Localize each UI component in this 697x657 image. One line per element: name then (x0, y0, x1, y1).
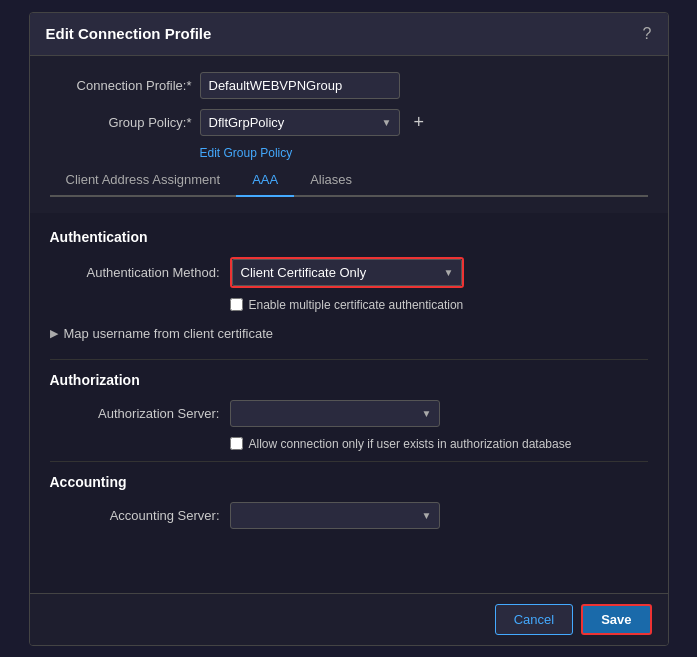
collapse-triangle-icon: ▶ (50, 327, 58, 340)
map-username-label: Map username from client certificate (64, 326, 274, 341)
dialog-body: Connection Profile:* Group Policy:* Dflt… (30, 56, 668, 213)
enable-multiple-cert-label: Enable multiple certificate authenticati… (249, 298, 464, 312)
accounting-server-select-wrapper: ▼ (230, 502, 440, 529)
edit-group-policy-link[interactable]: Edit Group Policy (200, 146, 648, 160)
edit-connection-profile-dialog: Edit Connection Profile ? Connection Pro… (29, 12, 669, 646)
connection-profile-row: Connection Profile:* (50, 72, 648, 99)
allow-connection-checkbox[interactable] (230, 437, 243, 450)
map-username-row[interactable]: ▶ Map username from client certificate (50, 322, 648, 345)
group-policy-row: Group Policy:* DfltGrpPolicy ▼ + (50, 109, 648, 136)
tab-content-aaa: Authentication Authentication Method: Cl… (30, 213, 668, 593)
connection-profile-input[interactable] (200, 72, 400, 99)
authentication-method-row: Authentication Method: Client Certificat… (50, 257, 648, 288)
authorization-server-row: Authorization Server: ▼ (50, 400, 648, 427)
authorization-server-select[interactable] (230, 400, 440, 427)
authentication-section-title: Authentication (50, 229, 648, 245)
allow-connection-label: Allow connection only if user exists in … (249, 437, 572, 451)
authentication-method-label: Authentication Method: (50, 265, 230, 280)
tabs-container: Client Address Assignment AAA Aliases (50, 164, 648, 197)
accounting-section-title: Accounting (50, 474, 648, 490)
auth-divider (50, 359, 648, 360)
cancel-button[interactable]: Cancel (495, 604, 573, 635)
dialog-title: Edit Connection Profile (46, 25, 212, 42)
authentication-method-select[interactable]: Client Certificate Only AAA Both (232, 259, 462, 286)
tab-aliases[interactable]: Aliases (294, 164, 368, 197)
connection-profile-label: Connection Profile:* (50, 78, 200, 93)
group-policy-select-wrapper: DfltGrpPolicy ▼ (200, 109, 400, 136)
accounting-server-select[interactable] (230, 502, 440, 529)
authorization-section-title: Authorization (50, 372, 648, 388)
group-policy-label: Group Policy:* (50, 115, 200, 130)
authz-divider (50, 461, 648, 462)
authorization-server-select-wrapper: ▼ (230, 400, 440, 427)
tab-client-address-assignment[interactable]: Client Address Assignment (50, 164, 237, 197)
enable-multiple-cert-checkbox[interactable] (230, 298, 243, 311)
authorization-server-label: Authorization Server: (50, 406, 230, 421)
dialog-header: Edit Connection Profile ? (30, 13, 668, 56)
tab-aaa[interactable]: AAA (236, 164, 294, 197)
help-icon[interactable]: ? (643, 25, 652, 43)
group-policy-select[interactable]: DfltGrpPolicy (200, 109, 400, 136)
accounting-server-label: Accounting Server: (50, 508, 230, 523)
allow-connection-row: Allow connection only if user exists in … (230, 437, 648, 451)
add-group-policy-button[interactable]: + (408, 110, 431, 135)
save-button[interactable]: Save (581, 604, 651, 635)
accounting-server-row: Accounting Server: ▼ (50, 502, 648, 529)
dialog-footer: Cancel Save (30, 593, 668, 645)
enable-multiple-cert-row: Enable multiple certificate authenticati… (230, 298, 648, 312)
authentication-method-select-wrapper: Client Certificate Only AAA Both ▼ (230, 257, 464, 288)
